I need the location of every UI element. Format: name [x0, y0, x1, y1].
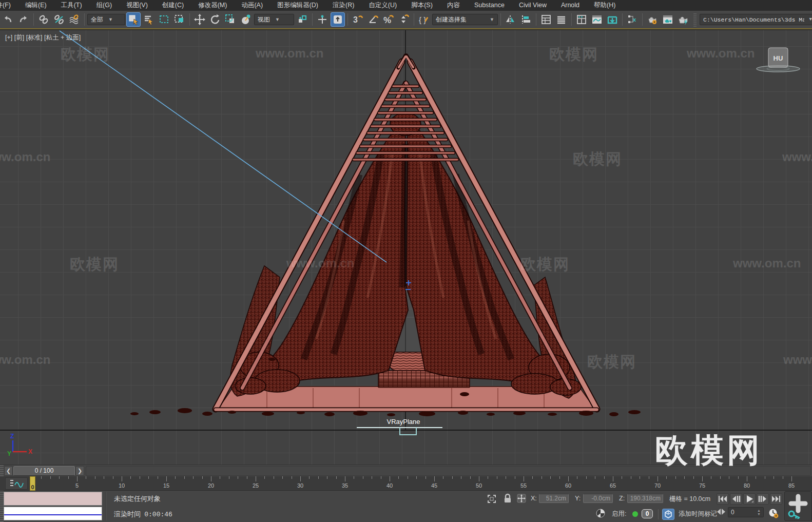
- menu-edit[interactable]: 编辑(E): [18, 0, 54, 11]
- track-bar[interactable]: 510152025303540455055606570758085 0: [0, 476, 812, 491]
- mini-curve-editor-button[interactable]: [5, 477, 28, 490]
- z-coord-field[interactable]: 190.318cm: [627, 494, 663, 503]
- snap-toggle-3d-icon[interactable]: 3: [351, 12, 365, 27]
- mirror-button[interactable]: [504, 12, 518, 27]
- key-mode-toggle-icon[interactable]: [717, 508, 726, 515]
- layer-manager-button[interactable]: [539, 12, 553, 27]
- next-frame-button[interactable]: [757, 493, 769, 505]
- edit-named-selections-button[interactable]: { }: [417, 12, 431, 27]
- undo-icon[interactable]: [1, 12, 15, 27]
- ribbon-toggle-button[interactable]: [574, 12, 589, 27]
- schematic-view-button[interactable]: [605, 12, 620, 27]
- reference-coordinate-dropdown[interactable]: 视图 ▼: [254, 14, 294, 25]
- render-setup-button[interactable]: [645, 12, 660, 27]
- menu-civil-view[interactable]: Civil View: [512, 0, 554, 11]
- angle-snap-icon[interactable]: [366, 12, 380, 27]
- goto-end-button[interactable]: [770, 493, 782, 505]
- menu-scripting[interactable]: 脚本(S): [404, 0, 440, 11]
- current-frame-value: 0: [731, 509, 734, 516]
- y-coord-field[interactable]: -0.0cm: [583, 494, 613, 503]
- rendered-frame-window-button[interactable]: [661, 12, 675, 27]
- adaptive-degradation-icon[interactable]: [595, 508, 606, 518]
- select-and-scale-button[interactable]: [223, 12, 238, 27]
- ruler-tick: [675, 476, 676, 479]
- ruler-tick: [148, 476, 149, 479]
- menu-group[interactable]: 组(G): [89, 0, 120, 11]
- time-config-icon[interactable]: [768, 508, 779, 519]
- select-object-button[interactable]: [126, 12, 141, 27]
- menu-animation[interactable]: 动画(A): [234, 0, 270, 11]
- ruler-tick: [542, 476, 542, 479]
- ruler-tick-label: 85: [788, 482, 795, 489]
- selection-filter-dropdown[interactable]: 全部 ▼: [87, 14, 125, 25]
- grip-handle[interactable]: [0, 465, 4, 476]
- menu-tools[interactable]: 工具(T): [54, 0, 89, 11]
- isolate-selection-icon[interactable]: [487, 494, 497, 504]
- percent-snap-icon[interactable]: %: [381, 12, 396, 27]
- ruler-tick: [577, 476, 577, 479]
- menu-content[interactable]: 内容: [440, 0, 467, 11]
- select-and-place-button[interactable]: [239, 12, 253, 27]
- redo-icon[interactable]: [16, 12, 31, 27]
- menu-substance[interactable]: Substance: [467, 0, 512, 11]
- snap-cross-icon[interactable]: [315, 12, 330, 27]
- prev-frame-button[interactable]: [730, 493, 742, 505]
- select-and-move-button[interactable]: [192, 12, 207, 27]
- time-slider-track[interactable]: [86, 466, 811, 476]
- selection-lock-icon[interactable]: [503, 493, 512, 504]
- snap-selection-center-button[interactable]: [331, 12, 345, 27]
- layers-stack-icon[interactable]: [554, 12, 569, 27]
- menu-graph-editors[interactable]: 图形编辑器(D): [270, 0, 325, 11]
- frame-back-button[interactable]: ❮: [4, 466, 13, 476]
- current-frame-marker[interactable]: 0: [30, 476, 35, 491]
- maxscript-listener-macro[interactable]: [4, 492, 102, 506]
- current-frame-field[interactable]: 0 ▲▼: [728, 507, 764, 517]
- grip-handle[interactable]: [0, 491, 4, 522]
- maxscript-listener-input[interactable]: [4, 507, 102, 520]
- isolate-cube-button[interactable]: [662, 509, 674, 520]
- window-crossing-toggle-icon[interactable]: [172, 12, 187, 27]
- scene-explorer-icon[interactable]: x: [625, 12, 640, 27]
- zero-badge[interactable]: 0: [642, 509, 653, 518]
- ruler-tick: [77, 476, 78, 481]
- select-by-name-button[interactable]: [142, 12, 156, 27]
- bind-to-spacewarp-icon[interactable]: [67, 12, 82, 27]
- menu-create[interactable]: 创建(C): [155, 0, 191, 11]
- menu-help[interactable]: 帮助(H): [587, 0, 623, 11]
- play-button[interactable]: [743, 493, 756, 505]
- use-pivot-center-button[interactable]: [295, 12, 310, 27]
- select-and-rotate-button[interactable]: [208, 12, 222, 27]
- ruler-tick: [50, 476, 51, 479]
- time-slider-handle[interactable]: 0 / 100: [13, 466, 75, 476]
- x-coord-field[interactable]: 51.2cm: [539, 494, 569, 503]
- set-key-button[interactable]: [784, 491, 812, 521]
- ruler-tick: [336, 476, 337, 479]
- menu-arnold[interactable]: Arnold: [554, 0, 587, 11]
- viewport-front[interactable]: [+] [前] [标准] [粘土 + 边面]: [0, 30, 812, 465]
- menu-rendering[interactable]: 渲染(R): [325, 0, 361, 11]
- render-production-button[interactable]: [676, 12, 690, 27]
- spinner-arrows-icon[interactable]: ▲▼: [757, 509, 761, 516]
- curve-editor-button[interactable]: [590, 12, 604, 27]
- menu-views[interactable]: 视图(V): [119, 0, 155, 11]
- time-tag-button[interactable]: 添加时间标记: [679, 510, 717, 518]
- menu-customize[interactable]: 自定义(U): [361, 0, 404, 11]
- frame-forward-button[interactable]: ❯: [75, 466, 84, 476]
- align-button[interactable]: [519, 12, 533, 27]
- menu-modifiers[interactable]: 修改器(M): [191, 0, 234, 11]
- menu-file[interactable]: 文件(F): [0, 0, 18, 11]
- coordinate-display-icon[interactable]: [516, 493, 527, 504]
- rectangular-selection-region-icon[interactable]: [157, 12, 171, 27]
- ruler-tick-label: 15: [163, 482, 169, 489]
- trackbar-ruler[interactable]: 510152025303540455055606570758085: [0, 476, 812, 491]
- project-path-dropdown[interactable]: C:\Users\Han\Documents\3ds Max 2022 ▼: [700, 14, 812, 25]
- spinner-snap-icon[interactable]: [397, 12, 411, 27]
- ruler-tick: [113, 476, 113, 479]
- goto-start-button[interactable]: [717, 493, 729, 505]
- named-selection-set-dropdown[interactable]: 创建选择集 ▼: [432, 14, 498, 25]
- select-and-link-icon[interactable]: [36, 12, 51, 27]
- unlink-icon[interactable]: [52, 12, 66, 27]
- ruler-tick: [783, 476, 783, 479]
- ruler-tick-label: 10: [119, 482, 125, 489]
- viewport-label[interactable]: [+] [前] [标准] [粘土 + 边面]: [5, 33, 81, 42]
